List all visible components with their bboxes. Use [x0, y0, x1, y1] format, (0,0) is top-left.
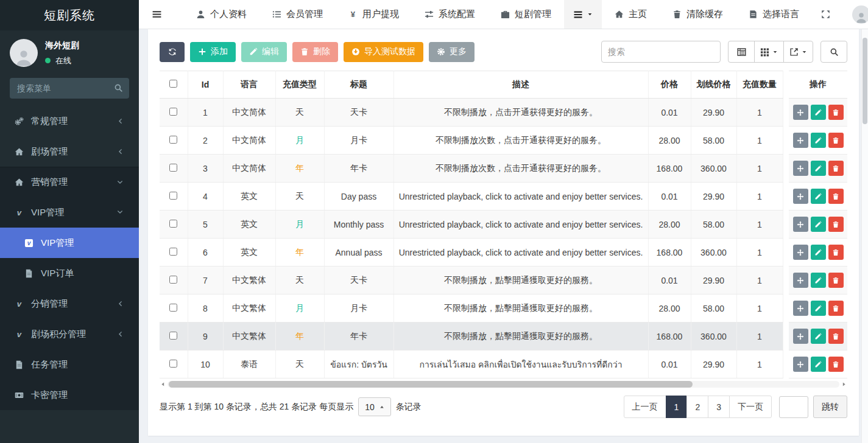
- jump-page-input[interactable]: [779, 396, 808, 418]
- page-button-1[interactable]: 1: [666, 396, 688, 418]
- delete-row-button[interactable]: [828, 245, 844, 260]
- edit-row-button[interactable]: [811, 273, 826, 288]
- toolbar-edit-button[interactable]: 编辑: [241, 42, 287, 62]
- navbar-item-1[interactable]: 会员管理: [259, 0, 336, 29]
- row-checkbox[interactable]: [169, 164, 177, 172]
- navbar-right-item-2[interactable]: 清除缓存: [660, 0, 736, 29]
- navbar-right-item-1[interactable]: 主页: [602, 0, 660, 29]
- row-checkbox[interactable]: [169, 136, 177, 144]
- row-checkbox[interactable]: [169, 220, 177, 228]
- edit-row-button[interactable]: [811, 357, 826, 372]
- home-icon: [12, 178, 26, 187]
- toolbar-delete-button[interactable]: 删除: [292, 42, 338, 62]
- avatar: [10, 39, 38, 67]
- cell-original-price: 360.00: [691, 155, 736, 183]
- row-checkbox[interactable]: [169, 108, 177, 116]
- page-button-3[interactable]: 3: [708, 396, 730, 418]
- prev-page-button[interactable]: 上一页: [624, 396, 666, 418]
- sidebar-item-9[interactable]: 卡密管理: [0, 380, 139, 410]
- row-checkbox[interactable]: [169, 192, 177, 200]
- horizontal-scrollbar[interactable]: [160, 380, 847, 388]
- toolbar-refresh-button[interactable]: [160, 42, 185, 62]
- sidebar-item-1[interactable]: 剧场管理: [0, 136, 139, 167]
- delete-row-button[interactable]: [828, 161, 844, 176]
- edit-row-button[interactable]: [811, 105, 826, 120]
- sidebar-item-2[interactable]: 营销管理: [0, 167, 139, 197]
- cell-title: 天卡: [324, 99, 393, 127]
- edit-row-button[interactable]: [811, 217, 826, 232]
- sidebar-item-6[interactable]: v分销管理: [0, 288, 139, 319]
- move-row-button[interactable]: [793, 245, 808, 260]
- navbar-item-4[interactable]: 短剧管理: [488, 0, 564, 29]
- sidebar-item-7[interactable]: v剧场积分管理: [0, 319, 139, 349]
- navbar-user[interactable]: 海外短剧: [839, 0, 868, 29]
- navbar-menu-toggle[interactable]: [564, 0, 602, 29]
- row-checkbox[interactable]: [169, 304, 177, 312]
- row-checkbox[interactable]: [169, 248, 177, 256]
- navbar-item-2[interactable]: ¥用户提现: [336, 0, 412, 29]
- delete-row-button[interactable]: [828, 189, 844, 204]
- row-checkbox[interactable]: [169, 360, 177, 368]
- fixed-column-gap: [783, 295, 789, 323]
- move-row-button[interactable]: [793, 301, 808, 316]
- delete-row-button[interactable]: [828, 217, 844, 232]
- move-row-button[interactable]: [793, 161, 808, 176]
- select-all-checkbox[interactable]: [169, 80, 177, 88]
- search-button[interactable]: [820, 41, 847, 63]
- scroll-left-arrow-icon[interactable]: [160, 382, 166, 387]
- navbar-expand-button[interactable]: [812, 0, 839, 29]
- edit-row-button[interactable]: [811, 133, 826, 148]
- move-row-button[interactable]: [793, 273, 808, 288]
- vertical-scrollbar[interactable]: [861, 29, 868, 443]
- move-row-button[interactable]: [793, 133, 808, 148]
- export-button[interactable]: [783, 41, 813, 63]
- edit-row-button[interactable]: [811, 301, 826, 316]
- detail-view-button[interactable]: [728, 41, 755, 63]
- table-search-input[interactable]: [601, 41, 721, 63]
- row-checkbox[interactable]: [169, 332, 177, 340]
- edit-row-button[interactable]: [811, 189, 826, 204]
- edit-row-button[interactable]: [811, 161, 826, 176]
- navbar-right-item-3[interactable]: 选择语言: [736, 0, 812, 29]
- scrollbar-thumb[interactable]: [169, 381, 693, 388]
- scrollbar-track[interactable]: [168, 381, 839, 388]
- toolbar-import-test-data-button[interactable]: 导入测试数据: [344, 42, 423, 62]
- cell-type: 月: [275, 295, 324, 323]
- scrollbar-thumb[interactable]: [863, 38, 867, 124]
- page-button-2[interactable]: 2: [686, 396, 708, 418]
- delete-row-button[interactable]: [828, 105, 844, 120]
- move-row-button[interactable]: [793, 329, 808, 344]
- delete-row-button[interactable]: [828, 329, 844, 344]
- sidebar-search-input[interactable]: [10, 78, 129, 99]
- delete-row-button[interactable]: [828, 357, 844, 372]
- caret-up-icon: [379, 405, 384, 410]
- sidebar-item-5[interactable]: VIP订单: [0, 258, 139, 288]
- delete-row-button[interactable]: [828, 301, 844, 316]
- edit-row-button[interactable]: [811, 329, 826, 344]
- toolbar-add-button[interactable]: 添加: [190, 42, 236, 62]
- table-row: 1中文简体天天卡不限制播放，点击开通获得更好的服务。0.0129.901: [160, 99, 847, 127]
- sidebar-item-0[interactable]: 常规管理: [0, 106, 139, 136]
- move-row-button[interactable]: [793, 189, 808, 204]
- move-row-button[interactable]: [793, 105, 808, 120]
- page-size-select[interactable]: 10: [358, 397, 391, 416]
- sidebar-item-8[interactable]: 任务管理: [0, 349, 139, 380]
- navbar-item-0[interactable]: 个人资料: [183, 0, 259, 29]
- delete-row-button[interactable]: [828, 273, 844, 288]
- row-checkbox[interactable]: [169, 276, 177, 284]
- next-page-button[interactable]: 下一页: [729, 396, 772, 418]
- navbar-item-3[interactable]: 系统配置: [412, 0, 488, 29]
- sidebar-toggle-button[interactable]: [139, 0, 175, 29]
- columns-button[interactable]: [754, 41, 784, 63]
- toolbar-more-button[interactable]: 更多: [429, 42, 475, 62]
- sidebar-item-3[interactable]: vVIP管理: [0, 197, 139, 228]
- jump-button[interactable]: 跳转: [813, 396, 847, 418]
- move-row-button[interactable]: [793, 217, 808, 232]
- delete-row-button[interactable]: [828, 133, 844, 148]
- edit-row-button[interactable]: [811, 245, 826, 260]
- scroll-right-arrow-icon[interactable]: [841, 382, 847, 387]
- sidebar-item-4[interactable]: vVIP管理: [0, 228, 139, 258]
- move-row-button[interactable]: [793, 357, 808, 372]
- cell-value: 1: [757, 360, 762, 369]
- navbar-item-label: 清除缓存: [686, 9, 723, 20]
